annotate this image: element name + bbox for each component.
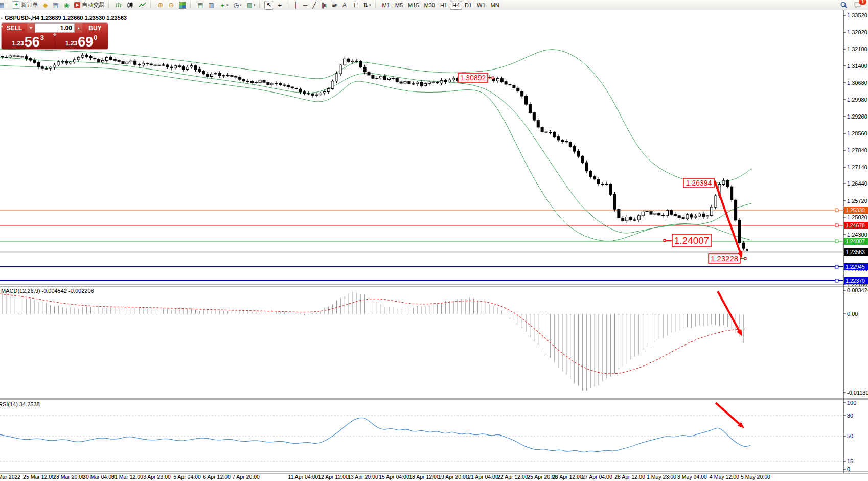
- volume-input[interactable]: 1.00: [35, 23, 75, 33]
- notifications-button[interactable]: 1: [852, 1, 864, 10]
- bar-chart-icon: [116, 2, 122, 8]
- svg-text:15: 15: [847, 458, 853, 464]
- timeframe-button-m30[interactable]: M30: [422, 1, 438, 10]
- auto-trading-label: 自动交易: [82, 1, 104, 9]
- add-indicator-button[interactable]: ＋ ▾: [217, 1, 231, 10]
- new-order-button[interactable]: + 新订单: [11, 1, 40, 10]
- zoom-out-icon: ⊖: [168, 2, 174, 8]
- crosshair-tool-button[interactable]: ＋: [275, 1, 285, 10]
- toolbar-grip[interactable]: [375, 2, 378, 8]
- rsi-indicator: RSI(14) 34.25381008050150: [0, 400, 856, 472]
- timeframe-button-h4[interactable]: H4: [450, 1, 462, 10]
- annotation-price-label[interactable]: 1.26394: [683, 178, 714, 188]
- svg-text:50: 50: [847, 433, 853, 439]
- channel-label: E: [324, 2, 327, 9]
- pane-splitter[interactable]: [0, 398, 868, 400]
- vertical-line-icon: │: [294, 2, 298, 8]
- indicator-list-button[interactable]: ▥: [207, 1, 216, 10]
- toolbar-grip[interactable]: [259, 2, 262, 8]
- annotation-arrow[interactable]: [715, 181, 742, 258]
- svg-text:1.25020: 1.25020: [847, 214, 867, 220]
- svg-text:1.27840: 1.27840: [847, 147, 867, 153]
- zoom-out-button[interactable]: ⊖: [166, 1, 176, 10]
- volume-up-button[interactable]: ▲: [75, 23, 82, 33]
- channel-tool-button[interactable]: ∥ E: [319, 1, 329, 10]
- time-scale[interactable]: Mar 202225 Mar 12:0028 Mar 20:0030 Mar 0…: [0, 474, 770, 480]
- annotation-price-label[interactable]: 1.30892: [458, 73, 494, 82]
- timeframe-bar: M1M5M15M30H1H4D1W1MN: [380, 1, 502, 10]
- sell-button[interactable]: SELL: [2, 23, 27, 33]
- styler-button[interactable]: ◆: [41, 1, 50, 10]
- signals-button[interactable]: ◉: [62, 1, 71, 10]
- trendline-tool-button[interactable]: ╱: [310, 1, 318, 10]
- buy-price[interactable]: 1.23 69 0: [55, 33, 108, 49]
- text-label-icon: T: [352, 2, 358, 8]
- price-level-line[interactable]: [0, 240, 843, 243]
- toolbar-grip[interactable]: [150, 2, 153, 8]
- line-chart-button[interactable]: [137, 1, 148, 10]
- timeframe-button-mn[interactable]: MN: [488, 1, 502, 10]
- svg-text:4 May 12:00: 4 May 12:00: [710, 474, 739, 480]
- horizontal-line-tool-button[interactable]: ─: [301, 1, 310, 10]
- auto-trading-button[interactable]: ▶ 自动交易: [72, 1, 106, 10]
- arrows-tool-button[interactable]: ⇅ ▾: [361, 1, 373, 10]
- pane-splitter[interactable]: [0, 285, 868, 286]
- template-button[interactable]: ▨ ▾: [244, 1, 257, 10]
- toolbar: ▦ + 新订单 ◆ ▤ ◉ ▶ 自动交易: [0, 0, 868, 10]
- symbol-window-icon[interactable]: ▪: [1, 16, 3, 20]
- volume-down-button[interactable]: ▼: [27, 23, 35, 33]
- candlestick-button[interactable]: [125, 1, 136, 10]
- sell-price[interactable]: 1.23 56 3: [2, 33, 55, 49]
- cursor-tool-button[interactable]: ↖: [264, 1, 273, 10]
- price-level-line[interactable]: [0, 224, 843, 227]
- price-level-line[interactable]: [0, 209, 843, 212]
- price-tag: 1.22945: [844, 263, 868, 270]
- svg-text:1.22945: 1.22945: [846, 264, 865, 270]
- text-tool-button[interactable]: A: [340, 1, 349, 10]
- svg-text:1.23563: 1.23563: [846, 249, 865, 255]
- tile-windows-button[interactable]: [177, 1, 188, 10]
- profile-button[interactable]: ▤: [51, 1, 61, 10]
- chart-window-icon[interactable]: ▦: [0, 2, 4, 8]
- one-click-collapse-icon[interactable]: ▲: [0, 24, 4, 28]
- svg-text:0.003424: 0.003424: [847, 287, 868, 293]
- vertical-line-tool-button[interactable]: │: [292, 1, 300, 10]
- chevron-down-icon: ▾: [254, 1, 256, 9]
- data-window-button[interactable]: ▤: [195, 1, 205, 10]
- buy-price-sup: 0: [94, 34, 97, 41]
- price-scale[interactable]: 1.335201.328201.321001.314001.306801.299…: [843, 12, 867, 287]
- horizontal-line-icon: ─: [303, 2, 308, 8]
- timeframe-button-m15[interactable]: M15: [405, 1, 421, 10]
- pane-splitter[interactable]: [0, 472, 868, 473]
- timeframe-button-m5[interactable]: M5: [393, 1, 405, 10]
- text-label-tool-button[interactable]: T: [350, 1, 360, 10]
- annotation-arrow[interactable]: [718, 291, 742, 336]
- svg-text:1.27140: 1.27140: [847, 164, 867, 170]
- svg-text:1.24300: 1.24300: [847, 232, 867, 238]
- toolbar-grip[interactable]: [6, 2, 8, 8]
- price-tag: 1.24007: [844, 238, 868, 245]
- svg-text:1.23228: 1.23228: [711, 254, 738, 263]
- price-tag: 1.25330: [844, 207, 868, 214]
- search-button[interactable]: [838, 1, 850, 10]
- new-order-icon: +: [13, 1, 19, 9]
- fibonacci-tool-button[interactable]: ≡ F: [330, 1, 339, 10]
- price-level-line[interactable]: [0, 265, 843, 268]
- timeframe-button-m1[interactable]: M1: [380, 1, 393, 10]
- annotation-price-label[interactable]: 1.24007: [664, 234, 711, 247]
- timeframe-button-h1[interactable]: H1: [438, 1, 450, 10]
- toolbar-grip[interactable]: [287, 2, 289, 8]
- svg-text:100: 100: [847, 400, 856, 406]
- toolbar-grip[interactable]: [108, 2, 111, 8]
- new-order-label: 新订单: [21, 1, 38, 9]
- svg-text:31 Mar 12:00: 31 Mar 12:00: [111, 474, 143, 480]
- timeframe-menu-button[interactable]: ◷ ▾: [231, 1, 243, 10]
- price-level-line[interactable]: [0, 279, 843, 282]
- toolbar-grip[interactable]: [190, 2, 193, 8]
- bar-chart-button[interactable]: [113, 1, 124, 10]
- timeframe-button-d1[interactable]: D1: [462, 1, 474, 10]
- buy-button[interactable]: BUY: [82, 23, 108, 33]
- zoom-in-button[interactable]: ⊕: [155, 1, 165, 10]
- timeframe-button-w1[interactable]: W1: [474, 1, 488, 10]
- chevron-down-icon: ▾: [369, 1, 371, 9]
